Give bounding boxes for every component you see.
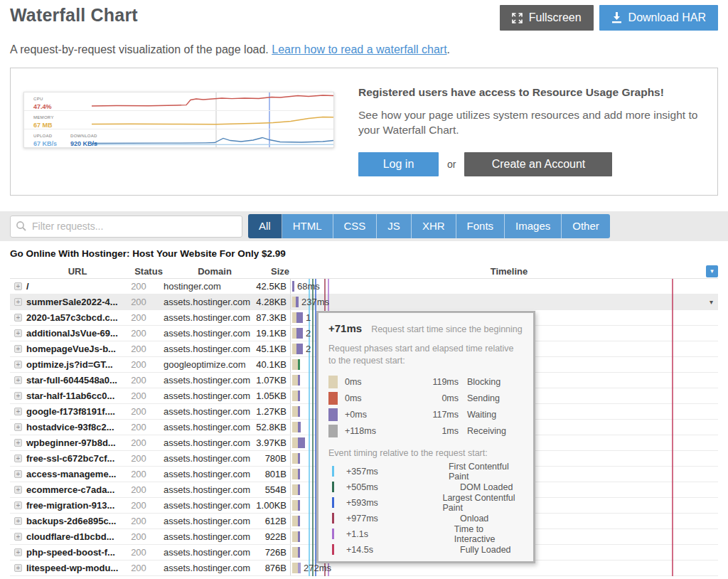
search-icon — [16, 221, 27, 235]
resource-usage-graph-thumbnail: CPU 47.4% MEMORY 67 MB UPLOAD 67 KB/s DO… — [23, 92, 334, 148]
row-domain: assets.hostinger.com — [159, 422, 250, 432]
create-account-button[interactable]: Create an Account — [464, 152, 612, 176]
row-timeline-cell: 237ms▾ — [290, 294, 718, 309]
page-title: Waterfall Chart — [10, 5, 138, 26]
row-size: 726B — [250, 547, 290, 558]
phase-bar-purple — [298, 516, 300, 526]
expand-row-button[interactable]: + — [14, 376, 22, 384]
download-label: DOWNLOAD — [70, 134, 97, 138]
request-phase-bars — [292, 391, 300, 401]
tooltip-phases-heading: Request phases start and elapsed time re… — [328, 343, 523, 367]
row-size: 1.27KB — [250, 406, 290, 417]
expand-row-button[interactable]: + — [14, 517, 22, 525]
phase-name: Receiving — [467, 426, 506, 436]
row-expand-caret-icon[interactable]: ▾ — [710, 298, 713, 306]
expand-row-button[interactable]: + — [14, 314, 22, 322]
table-row[interactable]: +/200hostinger.com42.5KB68ms — [10, 279, 718, 294]
phase-bar-tan — [292, 547, 298, 558]
filter-requests-input[interactable] — [10, 216, 242, 238]
expand-row-button[interactable]: + — [14, 282, 22, 290]
tooltip-event-row: +357msFirst Contentful Paint — [328, 464, 523, 479]
cpu-value: 47.4% — [33, 103, 52, 110]
expand-row-button[interactable]: + — [14, 548, 22, 556]
phase-bar-purple — [298, 469, 300, 479]
tab-js[interactable]: JS — [377, 214, 412, 238]
row-time-label: 1 — [306, 312, 311, 323]
row-url: star-half-11ab6cc0... — [26, 391, 118, 401]
tab-other[interactable]: Other — [562, 214, 610, 238]
phase-color-swatch — [328, 392, 338, 405]
row-size: 40.1KB — [250, 359, 290, 370]
event-time: +505ms — [346, 482, 460, 492]
upload-value: 67 KB/s — [33, 140, 57, 147]
request-phase-bars — [292, 422, 301, 432]
row-status: 200 — [118, 281, 159, 292]
status-column-header: Status — [128, 266, 169, 277]
event-name: Largest Contentful Paint — [442, 493, 523, 513]
login-button[interactable]: Log in — [358, 152, 439, 176]
row-url: homepageVueJs-b... — [26, 344, 118, 354]
phase-bar-purple — [298, 375, 300, 386]
tab-css[interactable]: CSS — [333, 214, 378, 238]
expand-row-button[interactable]: + — [14, 329, 22, 337]
expand-row-button[interactable]: + — [14, 455, 22, 462]
expand-row-button[interactable]: + — [14, 439, 22, 447]
phase-elapsed: 0ms — [405, 393, 459, 403]
phase-bar-tan — [292, 563, 298, 573]
row-domain: assets.hostinger.com — [159, 297, 250, 307]
tab-fonts[interactable]: Fonts — [456, 214, 505, 238]
memory-label: MEMORY — [33, 115, 54, 119]
registration-promo-box: CPU 47.4% MEMORY 67 MB UPLOAD 67 KB/s DO… — [10, 68, 718, 196]
tab-all[interactable]: All — [248, 214, 282, 238]
expand-row-button[interactable]: + — [14, 345, 22, 353]
tooltip-phase-row: +118ms1msReceiving — [328, 423, 523, 440]
expand-row-button[interactable]: + — [14, 392, 22, 400]
table-row[interactable]: +summerSale2022-4...200assets.hostinger.… — [10, 294, 718, 310]
fullscreen-expand-icon — [512, 13, 523, 23]
expand-row-button[interactable]: + — [14, 501, 22, 509]
row-domain: assets.hostinger.com — [159, 375, 250, 386]
row-domain: assets.hostinger.com — [159, 406, 250, 417]
expand-row-button[interactable]: + — [14, 408, 22, 415]
phase-bar-purple — [296, 344, 303, 354]
expand-row-button[interactable]: + — [14, 533, 22, 541]
phase-bar-tan — [292, 437, 298, 448]
row-domain: assets.hostinger.com — [159, 563, 250, 573]
row-domain: assets.hostinger.com — [159, 516, 250, 526]
row-status: 200 — [118, 344, 159, 354]
or-label: or — [447, 159, 456, 170]
event-color-swatch — [332, 513, 334, 524]
row-domain: assets.hostinger.com — [159, 484, 250, 495]
expand-row-button[interactable]: + — [14, 470, 22, 478]
download-har-button[interactable]: Download HAR — [599, 5, 718, 31]
timeline-options-dropdown[interactable]: ▾ — [706, 265, 718, 277]
event-name: Time to Interactive — [454, 524, 523, 544]
row-status: 200 — [118, 563, 159, 573]
expand-row-button[interactable]: + — [14, 361, 22, 368]
row-status: 200 — [118, 500, 159, 511]
download-har-label: Download HAR — [628, 11, 706, 24]
row-size: 1.07KB — [250, 375, 290, 386]
expand-row-button[interactable]: + — [14, 423, 22, 431]
subtitle-text: A request-by-request visualization of th… — [10, 43, 272, 55]
phase-bar-tan — [292, 359, 298, 370]
phase-start: +0ms — [345, 410, 405, 420]
tab-images[interactable]: Images — [505, 214, 562, 238]
row-size: 922B — [250, 531, 290, 542]
row-status: 200 — [118, 437, 159, 448]
tab-xhr[interactable]: XHR — [412, 214, 456, 238]
tab-html[interactable]: HTML — [282, 214, 333, 238]
page-subtitle: A request-by-request visualization of th… — [0, 31, 728, 66]
phase-elapsed: 119ms — [405, 377, 459, 387]
expand-row-button[interactable]: + — [14, 564, 22, 572]
page-header: Waterfall Chart Fullscreen Download HAR — [0, 0, 728, 31]
row-url: google-f173f8191f.... — [26, 406, 118, 417]
request-phase-bars — [292, 359, 300, 370]
request-phase-bars — [292, 547, 300, 558]
row-size: 780B — [250, 453, 290, 464]
expand-row-button[interactable]: + — [14, 298, 22, 306]
fullscreen-button[interactable]: Fullscreen — [500, 5, 594, 31]
expand-row-button[interactable]: + — [14, 486, 22, 494]
row-status: 200 — [118, 406, 159, 417]
waterfall-help-link[interactable]: Learn how to read a waterfall chart — [272, 43, 446, 55]
